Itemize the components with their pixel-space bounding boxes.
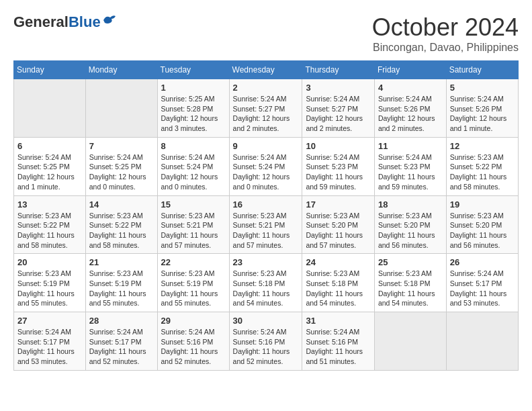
day-number: 4 [378, 83, 443, 93]
day-info: Sunrise: 5:24 AMSunset: 5:23 PMDaylight:… [378, 152, 443, 192]
calendar-cell [446, 312, 518, 371]
day-info: Sunrise: 5:23 AMSunset: 5:19 PMDaylight:… [161, 269, 226, 308]
day-number: 26 [450, 257, 515, 267]
day-number: 10 [306, 141, 371, 151]
day-number: 22 [161, 257, 226, 267]
calendar-cell: 12 Sunrise: 5:23 AMSunset: 5:22 PMDaylig… [446, 137, 518, 195]
calendar-cell: 18 Sunrise: 5:23 AMSunset: 5:20 PMDaylig… [374, 195, 446, 254]
calendar-cell: 2 Sunrise: 5:24 AMSunset: 5:27 PMDayligh… [229, 79, 302, 138]
day-number: 25 [378, 257, 443, 267]
day-number: 15 [161, 199, 226, 210]
calendar-cell: 4 Sunrise: 5:24 AMSunset: 5:26 PMDayligh… [374, 79, 446, 138]
calendar-cell: 5 Sunrise: 5:24 AMSunset: 5:26 PMDayligh… [446, 79, 518, 138]
calendar-cell: 23 Sunrise: 5:23 AMSunset: 5:18 PMDaylig… [229, 254, 302, 312]
day-number: 14 [89, 199, 154, 210]
weekday-header-cell: Wednesday [229, 61, 302, 79]
month-title: October 2024 [372, 13, 519, 42]
day-info: Sunrise: 5:23 AMSunset: 5:18 PMDaylight:… [233, 269, 299, 308]
calendar-week-row: 1 Sunrise: 5:25 AMSunset: 5:28 PMDayligh… [14, 79, 519, 138]
calendar-cell: 13 Sunrise: 5:23 AMSunset: 5:22 PMDaylig… [14, 195, 86, 254]
day-info: Sunrise: 5:24 AMSunset: 5:24 PMDaylight:… [161, 152, 226, 192]
calendar-cell: 31 Sunrise: 5:24 AMSunset: 5:16 PMDaylig… [302, 312, 375, 371]
day-number: 23 [233, 257, 299, 267]
title-area: October 2024 Bincongan, Davao, Philippin… [372, 13, 519, 54]
weekday-header-cell: Tuesday [157, 61, 229, 79]
calendar-cell: 20 Sunrise: 5:23 AMSunset: 5:19 PMDaylig… [14, 254, 86, 312]
logo: GeneralBlue [13, 13, 117, 31]
calendar-body: 1 Sunrise: 5:25 AMSunset: 5:28 PMDayligh… [14, 79, 519, 371]
calendar-cell: 25 Sunrise: 5:23 AMSunset: 5:18 PMDaylig… [374, 254, 446, 312]
day-number: 9 [233, 141, 299, 151]
day-info: Sunrise: 5:23 AMSunset: 5:21 PMDaylight:… [161, 211, 226, 250]
calendar-cell: 27 Sunrise: 5:24 AMSunset: 5:17 PMDaylig… [14, 312, 86, 371]
day-number: 8 [161, 141, 226, 151]
day-info: Sunrise: 5:23 AMSunset: 5:19 PMDaylight:… [89, 269, 154, 308]
logo-text: GeneralBlue [13, 13, 101, 31]
calendar-cell: 1 Sunrise: 5:25 AMSunset: 5:28 PMDayligh… [157, 79, 229, 138]
day-info: Sunrise: 5:23 AMSunset: 5:22 PMDaylight:… [89, 211, 154, 250]
day-info: Sunrise: 5:24 AMSunset: 5:16 PMDaylight:… [161, 327, 226, 367]
calendar-week-row: 27 Sunrise: 5:24 AMSunset: 5:17 PMDaylig… [14, 312, 519, 371]
day-number: 7 [89, 141, 154, 151]
day-number: 5 [450, 83, 515, 93]
day-info: Sunrise: 5:23 AMSunset: 5:20 PMDaylight:… [306, 211, 371, 250]
day-info: Sunrise: 5:24 AMSunset: 5:24 PMDaylight:… [233, 152, 299, 192]
header: GeneralBlue October 2024 Bincongan, Dava… [13, 13, 519, 54]
day-info: Sunrise: 5:24 AMSunset: 5:25 PMDaylight:… [89, 152, 154, 192]
weekday-header-cell: Monday [85, 61, 157, 79]
day-number: 29 [161, 316, 226, 326]
day-info: Sunrise: 5:23 AMSunset: 5:21 PMDaylight:… [233, 211, 299, 250]
day-number: 27 [17, 316, 82, 326]
day-info: Sunrise: 5:23 AMSunset: 5:22 PMDaylight:… [450, 152, 515, 192]
day-info: Sunrise: 5:24 AMSunset: 5:26 PMDaylight:… [378, 94, 443, 134]
calendar-cell [14, 79, 86, 138]
weekday-header-cell: Friday [374, 61, 446, 79]
day-number: 1 [161, 83, 226, 93]
calendar-cell: 28 Sunrise: 5:24 AMSunset: 5:17 PMDaylig… [85, 312, 157, 371]
day-info: Sunrise: 5:23 AMSunset: 5:20 PMDaylight:… [378, 211, 443, 250]
day-number: 20 [17, 257, 82, 267]
calendar-cell: 26 Sunrise: 5:24 AMSunset: 5:17 PMDaylig… [446, 254, 518, 312]
calendar-week-row: 6 Sunrise: 5:24 AMSunset: 5:25 PMDayligh… [14, 137, 519, 195]
calendar-cell: 6 Sunrise: 5:24 AMSunset: 5:25 PMDayligh… [14, 137, 86, 195]
calendar-cell: 14 Sunrise: 5:23 AMSunset: 5:22 PMDaylig… [85, 195, 157, 254]
calendar-cell: 15 Sunrise: 5:23 AMSunset: 5:21 PMDaylig… [157, 195, 229, 254]
calendar-cell: 10 Sunrise: 5:24 AMSunset: 5:23 PMDaylig… [302, 137, 375, 195]
calendar-cell: 9 Sunrise: 5:24 AMSunset: 5:24 PMDayligh… [229, 137, 302, 195]
day-info: Sunrise: 5:23 AMSunset: 5:20 PMDaylight:… [450, 211, 515, 250]
day-number: 16 [233, 199, 299, 210]
calendar-cell: 17 Sunrise: 5:23 AMSunset: 5:20 PMDaylig… [302, 195, 375, 254]
day-number: 19 [450, 199, 515, 210]
calendar-cell: 3 Sunrise: 5:24 AMSunset: 5:27 PMDayligh… [302, 79, 375, 138]
calendar-week-row: 20 Sunrise: 5:23 AMSunset: 5:19 PMDaylig… [14, 254, 519, 312]
day-number: 24 [306, 257, 371, 267]
day-number: 13 [17, 199, 82, 210]
day-info: Sunrise: 5:24 AMSunset: 5:17 PMDaylight:… [89, 327, 154, 367]
calendar-cell: 11 Sunrise: 5:24 AMSunset: 5:23 PMDaylig… [374, 137, 446, 195]
day-number: 28 [89, 316, 154, 326]
day-info: Sunrise: 5:24 AMSunset: 5:17 PMDaylight:… [17, 327, 82, 367]
day-number: 11 [378, 141, 443, 151]
day-number: 17 [306, 199, 371, 210]
day-number: 2 [233, 83, 299, 93]
calendar-cell [85, 79, 157, 138]
day-info: Sunrise: 5:24 AMSunset: 5:27 PMDaylight:… [233, 94, 299, 134]
location-title: Bincongan, Davao, Philippines [372, 42, 519, 54]
day-info: Sunrise: 5:24 AMSunset: 5:16 PMDaylight:… [306, 327, 371, 367]
day-number: 30 [233, 316, 299, 326]
day-info: Sunrise: 5:23 AMSunset: 5:22 PMDaylight:… [17, 211, 82, 250]
day-info: Sunrise: 5:24 AMSunset: 5:16 PMDaylight:… [233, 327, 299, 367]
calendar-header: SundayMondayTuesdayWednesdayThursdayFrid… [14, 61, 519, 79]
weekday-header-cell: Thursday [302, 61, 375, 79]
day-info: Sunrise: 5:24 AMSunset: 5:23 PMDaylight:… [306, 152, 371, 192]
day-number: 21 [89, 257, 154, 267]
weekday-header-row: SundayMondayTuesdayWednesdayThursdayFrid… [14, 61, 519, 79]
day-info: Sunrise: 5:23 AMSunset: 5:18 PMDaylight:… [306, 269, 371, 308]
day-info: Sunrise: 5:24 AMSunset: 5:27 PMDaylight:… [306, 94, 371, 134]
calendar-cell: 22 Sunrise: 5:23 AMSunset: 5:19 PMDaylig… [157, 254, 229, 312]
day-info: Sunrise: 5:24 AMSunset: 5:26 PMDaylight:… [450, 94, 515, 134]
day-number: 3 [306, 83, 371, 93]
calendar-cell: 19 Sunrise: 5:23 AMSunset: 5:20 PMDaylig… [446, 195, 518, 254]
calendar-cell: 29 Sunrise: 5:24 AMSunset: 5:16 PMDaylig… [157, 312, 229, 371]
day-info: Sunrise: 5:23 AMSunset: 5:18 PMDaylight:… [378, 269, 443, 308]
